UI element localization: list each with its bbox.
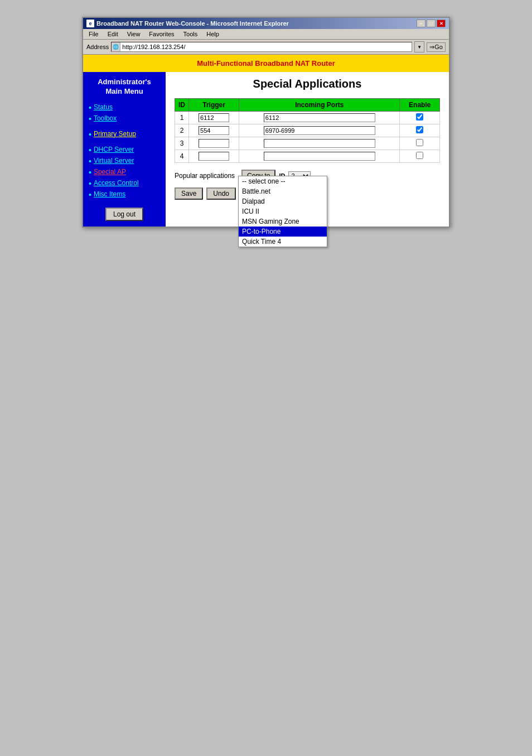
- applications-table: ID Trigger Incoming Ports Enable 1234: [175, 98, 440, 163]
- row-enable: [400, 137, 440, 150]
- enable-checkbox[interactable]: [416, 113, 423, 121]
- bullet-icon: •: [89, 115, 91, 123]
- undo-button[interactable]: Undo: [206, 187, 236, 200]
- menu-file[interactable]: File: [88, 30, 100, 38]
- sidebar-item-primary-setup[interactable]: • Primary Setup: [89, 130, 160, 139]
- sidebar-link-primary-setup[interactable]: Primary Setup: [94, 130, 136, 138]
- trigger-input[interactable]: [199, 126, 229, 135]
- table-row: 3: [175, 137, 440, 150]
- site-header: Multi-Functional Broadband NAT Router: [83, 55, 449, 72]
- menu-help[interactable]: Help: [205, 30, 220, 38]
- row-trigger: [189, 137, 239, 150]
- address-dropdown[interactable]: ▼: [414, 41, 424, 52]
- dropdown-item[interactable]: -- select one --: [239, 176, 327, 186]
- address-input[interactable]: [120, 43, 412, 51]
- sidebar: Administrator's Main Menu • Status • Too…: [83, 72, 166, 227]
- dropdown-item[interactable]: ICU II: [239, 206, 327, 216]
- sidebar-link-toolbox[interactable]: Toolbox: [94, 114, 117, 122]
- row-trigger: [189, 150, 239, 163]
- trigger-input[interactable]: [199, 152, 229, 161]
- sidebar-link-dhcp[interactable]: DHCP Server: [94, 146, 134, 153]
- logout-button[interactable]: Log out: [105, 208, 143, 221]
- col-header-enable: Enable: [400, 99, 440, 112]
- site-title: Multi-Functional Broadband NAT Router: [197, 59, 335, 68]
- enable-checkbox[interactable]: [416, 126, 423, 133]
- save-button[interactable]: Save: [175, 187, 203, 200]
- row-id: 3: [175, 137, 189, 150]
- dropdown-item[interactable]: MSN Gaming Zone: [239, 216, 327, 227]
- menu-favorites[interactable]: Favorites: [148, 30, 175, 38]
- dropdown-item[interactable]: Dialpad: [239, 196, 327, 206]
- enable-checkbox[interactable]: [416, 152, 423, 159]
- sidebar-link-virtual-server[interactable]: Virtual Server: [94, 157, 134, 165]
- sidebar-item-toolbox[interactable]: • Toolbox: [89, 114, 160, 124]
- sidebar-link-access-control[interactable]: Access Control: [94, 179, 139, 187]
- sidebar-item-virtual-server[interactable]: • Virtual Server: [89, 157, 160, 166]
- browser-window: e Broadband NAT Router Web-Console - Mic…: [82, 17, 450, 228]
- sidebar-item-status[interactable]: • Status: [89, 103, 160, 113]
- menu-view[interactable]: View: [126, 30, 142, 38]
- window-controls: − □ ✕: [417, 20, 446, 27]
- sidebar-item-dhcp[interactable]: • DHCP Server: [89, 146, 160, 155]
- popular-dropdown-list[interactable]: -- select one --Battle.netDialpadICU IIM…: [238, 176, 327, 247]
- bullet-icon: •: [89, 131, 91, 138]
- row-id: 2: [175, 124, 189, 137]
- row-id: 4: [175, 150, 189, 163]
- sidebar-title: Administrator's Main Menu: [89, 78, 160, 97]
- popular-applications-row: Popular applications -- select one --Bat…: [175, 170, 440, 182]
- dropdown-item[interactable]: PC-to-Phone: [239, 227, 327, 237]
- menu-edit[interactable]: Edit: [107, 30, 119, 38]
- sidebar-item-access-control[interactable]: • Access Control: [89, 179, 160, 189]
- minimize-button[interactable]: −: [417, 20, 425, 27]
- bullet-icon: •: [89, 157, 91, 165]
- row-enable: [400, 112, 440, 124]
- row-ports: [239, 137, 400, 150]
- browser-icon: e: [86, 20, 94, 27]
- sidebar-link-misc-items[interactable]: Misc Items: [94, 190, 125, 198]
- main-panel: Special Applications ID Trigger Incoming…: [166, 72, 449, 227]
- ports-input[interactable]: [264, 126, 375, 135]
- address-bar: Address 🌐 ▼ ⇒Go: [83, 40, 449, 55]
- table-row: 2: [175, 124, 440, 137]
- browser-content: Multi-Functional Broadband NAT Router Ad…: [83, 55, 449, 227]
- page-icon: 🌐: [112, 42, 120, 51]
- bullet-icon: •: [89, 146, 91, 154]
- menu-tools[interactable]: Tools: [182, 30, 199, 38]
- go-button[interactable]: ⇒Go: [427, 42, 446, 52]
- bullet-icon: •: [89, 168, 91, 176]
- table-row: 4: [175, 150, 440, 163]
- row-enable: [400, 124, 440, 137]
- col-header-trigger: Trigger: [189, 99, 239, 112]
- content-layout: Administrator's Main Menu • Status • Too…: [83, 72, 449, 227]
- row-enable: [400, 150, 440, 163]
- title-bar: e Broadband NAT Router Web-Console - Mic…: [83, 18, 449, 29]
- window-title: Broadband NAT Router Web-Console - Micro…: [96, 20, 289, 27]
- address-input-wrapper: 🌐: [111, 42, 412, 52]
- row-trigger: [189, 112, 239, 124]
- address-label: Address: [86, 44, 109, 50]
- ports-input[interactable]: [264, 113, 375, 122]
- sidebar-item-special-ap[interactable]: • Special AP: [89, 168, 160, 177]
- trigger-input[interactable]: [199, 139, 229, 148]
- row-id: 1: [175, 112, 189, 124]
- trigger-input[interactable]: [199, 113, 229, 122]
- close-button[interactable]: ✕: [437, 20, 446, 27]
- dropdown-item[interactable]: Quick Time 4: [239, 237, 327, 247]
- ports-input[interactable]: [264, 152, 375, 161]
- ports-input[interactable]: [264, 139, 375, 148]
- col-header-id: ID: [175, 99, 189, 112]
- table-row: 1: [175, 112, 440, 124]
- sidebar-link-special-ap[interactable]: Special AP: [94, 168, 126, 176]
- bullet-icon: •: [89, 104, 91, 112]
- bullet-icon: •: [89, 180, 91, 187]
- maximize-button[interactable]: □: [427, 20, 436, 27]
- dropdown-item[interactable]: Battle.net: [239, 186, 327, 196]
- row-trigger: [189, 124, 239, 137]
- sidebar-item-misc-items[interactable]: • Misc Items: [89, 190, 160, 200]
- col-header-ports: Incoming Ports: [239, 99, 400, 112]
- bullet-icon: •: [89, 191, 91, 199]
- row-ports: [239, 150, 400, 163]
- enable-checkbox[interactable]: [416, 139, 423, 146]
- menu-bar: File Edit View Favorites Tools Help: [83, 29, 449, 40]
- sidebar-link-status[interactable]: Status: [94, 103, 113, 111]
